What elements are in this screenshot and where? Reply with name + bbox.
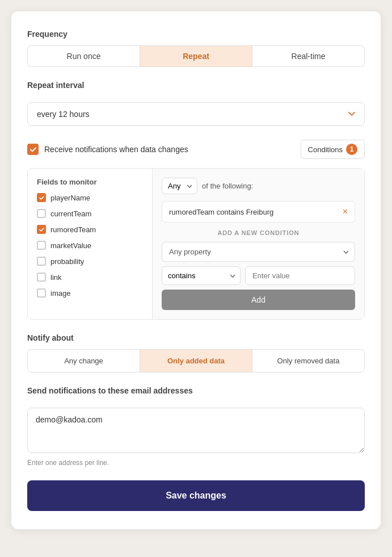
save-button[interactable]: Save changes: [27, 480, 365, 511]
condition-inputs: contains equals starts with ends with: [162, 266, 355, 285]
condition-remove-0[interactable]: ×: [343, 207, 348, 216]
of-following-text: of the following:: [202, 182, 253, 190]
field-name-probability: probability: [50, 257, 84, 266]
condition-tag-0: rumoredTeam contains Freiburg ×: [162, 201, 355, 223]
field-checkbox-currentTeam[interactable]: [37, 209, 46, 218]
field-item-marketValue: marketValue: [37, 241, 143, 250]
frequency-label: Frequency: [27, 30, 365, 39]
fields-conditions-row: Fields to monitor playerName currentTeam…: [27, 168, 365, 320]
email-textarea[interactable]: demo@kadoa.com: [27, 408, 365, 453]
field-name-playerName: playerName: [50, 194, 90, 202]
repeat-interval-select[interactable]: every 12 hours every 1 hour every 6 hour…: [27, 102, 365, 126]
add-condition-label: ADD A NEW CONDITION: [162, 229, 355, 236]
condition-tag-text-0: rumoredTeam contains Freiburg: [169, 208, 273, 216]
add-condition-btn[interactable]: Add: [162, 290, 355, 310]
field-name-currentTeam: currentTeam: [50, 210, 91, 218]
field-item-rumoredTeam: rumoredTeam: [37, 225, 143, 234]
freq-repeat[interactable]: Repeat: [140, 46, 252, 66]
field-name-rumoredTeam: rumoredTeam: [50, 225, 96, 234]
field-checkbox-playerName[interactable]: [37, 193, 46, 202]
conditions-panel: Any All of the following: rumoredTeam co…: [153, 169, 364, 319]
notification-checkbox[interactable]: [27, 144, 39, 155]
conditions-badge-label: Conditions: [308, 145, 343, 154]
notification-label: Receive notifications when data changes: [44, 145, 188, 154]
field-item-currentTeam: currentTeam: [37, 209, 143, 218]
field-name-image: image: [50, 289, 70, 298]
field-checkbox-image[interactable]: [37, 288, 46, 298]
frequency-group: Run once Repeat Real-time: [27, 45, 365, 67]
field-name-link: link: [50, 273, 62, 282]
freq-realtime[interactable]: Real-time: [252, 46, 364, 66]
field-checkbox-rumoredTeam[interactable]: [37, 225, 46, 234]
repeat-interval-section: Repeat interval every 12 hours every 1 h…: [27, 81, 365, 126]
field-checkbox-link[interactable]: [37, 273, 46, 282]
field-item-probability: probability: [37, 257, 143, 266]
notify-section: Notify about Any change Only added data …: [27, 333, 365, 372]
email-label: Send notifications to these email addres…: [27, 386, 365, 395]
notify-only-removed[interactable]: Only removed data: [252, 350, 364, 372]
email-section: Send notifications to these email addres…: [27, 386, 365, 467]
fields-panel: Fields to monitor playerName currentTeam…: [28, 169, 153, 319]
repeat-interval-label: Repeat interval: [27, 81, 365, 90]
field-checkbox-marketValue[interactable]: [37, 241, 46, 250]
any-of-row: Any All of the following:: [162, 178, 355, 194]
notify-only-added[interactable]: Only added data: [140, 350, 252, 372]
value-input[interactable]: [245, 266, 355, 285]
notify-label: Notify about: [27, 333, 365, 342]
any-property-select[interactable]: Any property playerName currentTeam rumo…: [162, 242, 355, 262]
field-item-playerName: playerName: [37, 193, 143, 202]
contains-select[interactable]: contains equals starts with ends with: [162, 266, 241, 285]
notify-any-change[interactable]: Any change: [28, 350, 140, 372]
email-hint: Enter one address per line.: [27, 459, 365, 467]
fields-label: Fields to monitor: [37, 178, 143, 186]
notification-left: Receive notifications when data changes: [27, 144, 188, 155]
field-name-marketValue: marketValue: [50, 241, 91, 250]
any-select[interactable]: Any All: [162, 178, 197, 194]
field-item-image: image: [37, 288, 143, 298]
conditions-count: 1: [346, 144, 357, 155]
field-checkbox-probability[interactable]: [37, 257, 46, 266]
main-card: Frequency Run once Repeat Real-time Repe…: [11, 11, 381, 529]
notify-group: Any change Only added data Only removed …: [27, 349, 365, 372]
notification-row: Receive notifications when data changes …: [27, 140, 365, 159]
field-item-link: link: [37, 273, 143, 282]
freq-run-once[interactable]: Run once: [28, 46, 140, 66]
conditions-badge[interactable]: Conditions 1: [301, 140, 365, 159]
